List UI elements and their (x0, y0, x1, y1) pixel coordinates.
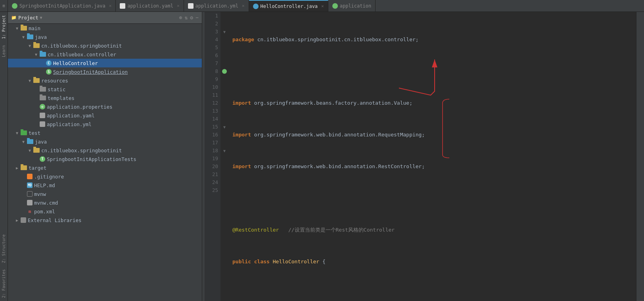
target-icon[interactable]: ⊕ (179, 15, 182, 21)
tree-item-label: cn.itbluebox.springbootinit (41, 148, 122, 153)
file-tree-panel: 📁 Project ▼ ⊕ ⇅ ⚙ − ▼ main (8, 12, 202, 301)
tree-item-label: HelloController (53, 60, 98, 66)
code-line-2 (232, 67, 636, 75)
folder-icon (33, 43, 40, 48)
right-sidebar (636, 12, 644, 301)
springboot-test-icon: T (40, 156, 45, 162)
tab-close-icon[interactable]: ✕ (109, 3, 112, 8)
md-file-icon: MD (27, 182, 33, 188)
code-line-5: import org.springframework.web.bind.anno… (232, 163, 636, 171)
folder-icon (21, 130, 27, 135)
arrow-icon: ▼ (22, 35, 27, 39)
tree-item-app-yml[interactable]: application.yml (8, 120, 202, 128)
tree-item-label: mvnw (34, 191, 46, 197)
tree-item-test-pkg[interactable]: ▼ cn.itbluebox.springbootinit (8, 146, 202, 155)
arrow-icon: ▼ (22, 140, 27, 144)
tree-item-label: HELP.md (34, 182, 55, 188)
tab-label: application (340, 3, 371, 9)
code-line-4: import org.springframework.web.bind.anno… (232, 131, 636, 139)
folder-icon (40, 52, 46, 57)
tree-item-pom[interactable]: m pom.xml (8, 207, 202, 216)
tab-application[interactable]: application (328, 0, 376, 12)
tree-item-label: static (48, 86, 65, 92)
collapse-icon[interactable]: ⇅ (185, 15, 188, 21)
tree-item-label: SpringbootInitApplication (53, 69, 128, 75)
tree-item-controller[interactable]: ▼ cn.itbluebox.controller (8, 50, 202, 59)
arrow-icon: ▼ (16, 131, 21, 135)
dropdown-icon[interactable]: ▼ (40, 15, 42, 20)
prop-file-icon: ⚙ (40, 104, 45, 109)
tree-item-mvnw-cmd[interactable]: mvnw.cmd (8, 198, 202, 207)
tree-item-templates[interactable]: templates (8, 94, 202, 102)
sidebar-label-project[interactable]: 1: Project (0, 12, 7, 42)
tree-item-app-yaml[interactable]: application.yaml (8, 111, 202, 120)
tab-label: SpringbootInitApplication.java (19, 3, 105, 9)
tree-item-app-props[interactable]: ⚙ application.properties (8, 102, 202, 111)
gutter: ▼ ▼ ▼ (220, 12, 228, 301)
sidebar-label-learn[interactable]: Learn (0, 42, 7, 60)
tree-item-main[interactable]: ▼ main (8, 24, 202, 33)
arrow-icon: ▶ (16, 166, 21, 170)
tree-header: 📁 Project ▼ ⊕ ⇅ ⚙ − (8, 12, 202, 24)
code-content-area[interactable]: package cn.itbluebox.springbootinit.cn.i… (228, 12, 636, 301)
tab-label: HelloController.java (261, 4, 318, 9)
arrow-icon: ▼ (29, 44, 33, 48)
sidebar-label-structure[interactable]: Z: Structure (0, 231, 7, 266)
tab-close-icon[interactable]: ✕ (242, 3, 245, 8)
tab-hello-controller[interactable]: HelloController.java ✕ (249, 0, 328, 12)
tab-close-icon[interactable]: ✕ (321, 4, 324, 9)
tree-item-label: java (35, 34, 47, 40)
fold-arrow-3[interactable]: ▼ (220, 28, 228, 36)
tab-label: application.yml (196, 3, 238, 9)
settings-icon[interactable]: ⚙ (190, 15, 193, 21)
tree-item-label: .gitignore (34, 174, 64, 180)
line-numbers: 1 2 3 4 5 6 7 8 9 10 11 12 13 14 15 16 1 (205, 12, 220, 301)
tree-item-resources[interactable]: ▼ resources (8, 76, 202, 85)
tree-item-test[interactable]: ▼ test (8, 128, 202, 137)
tree-item-label: External Libraries (28, 217, 81, 223)
tree-item-label: java (35, 139, 47, 145)
tree-item-app-tests[interactable]: T SpringbootInitApplicationTests (8, 155, 202, 163)
tab-springboot-init[interactable]: SpringbootInitApplication.java ✕ (8, 0, 116, 12)
tree-item-label: application.yaml (47, 113, 94, 119)
tree-item-static[interactable]: static (8, 85, 202, 94)
folder-icon (33, 148, 40, 153)
folder-icon (27, 139, 33, 144)
git-file-icon (27, 174, 33, 179)
tab-label: application.yaml (127, 3, 173, 9)
tree-item-springboot-app[interactable]: S SpringbootInitApplication (8, 67, 202, 76)
tree-item-springbootinit[interactable]: ▼ cn.itbluebox.springbootinit (8, 41, 202, 50)
arrow-icon: ▼ (29, 79, 33, 83)
tree-item-java-main[interactable]: ▼ java (8, 33, 202, 41)
tree-item-label: main (29, 25, 40, 31)
tree-item-label: target (29, 165, 46, 171)
tab-close-icon[interactable]: ✕ (177, 3, 180, 8)
tree-item-hello-controller[interactable]: C HelloController (8, 59, 202, 67)
sidebar-label-favorites[interactable]: 2: Favorites (0, 266, 7, 301)
tree-item-label: application.properties (47, 104, 113, 110)
tree-item-label: application.yml (47, 121, 92, 127)
folder-icon (40, 87, 46, 92)
tab-app-yaml2[interactable]: application.yml ✕ (184, 0, 249, 12)
minimize-icon[interactable]: − (196, 15, 199, 21)
folder-icon (33, 78, 40, 83)
folder-icon: 📁 (11, 15, 17, 20)
code-line-3: import org.springframework.beans.factory… (232, 99, 636, 107)
folder-icon (21, 26, 27, 31)
springboot-file-icon: S (46, 69, 52, 75)
arrow-icon: ▶ (16, 218, 21, 222)
tab-app-yaml1[interactable]: application.yaml ✕ (116, 0, 184, 12)
tree-item-target[interactable]: ▶ target (8, 163, 202, 172)
tree-item-mvnw[interactable]: mvnw (8, 190, 202, 198)
code-editor: 1 2 3 4 5 6 7 8 9 10 11 12 13 14 15 16 1 (205, 12, 636, 301)
code-line-7: @RestController //设置当前类是一个Rest风格的Control… (232, 226, 636, 234)
fold-arrow-18[interactable]: ▼ (220, 147, 228, 155)
tree-item-label: cn.itbluebox.springbootinit (41, 43, 122, 49)
tree-item-gitignore[interactable]: .gitignore (8, 172, 202, 181)
fold-arrow-15[interactable]: ▼ (220, 123, 228, 131)
tree-item-label: resources (41, 78, 68, 84)
tree-item-help-md[interactable]: MD HELP.md (8, 181, 202, 190)
tree-item-ext-libs[interactable]: ▶ External Libraries (8, 216, 202, 224)
tree-item-java-test[interactable]: ▼ java (8, 137, 202, 146)
tree-item-label: templates (48, 95, 75, 101)
